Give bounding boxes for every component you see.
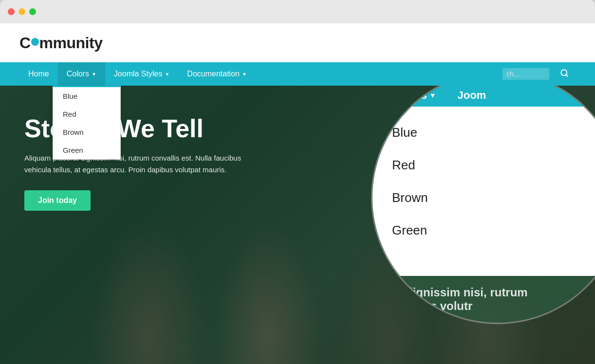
svg-line-1 <box>566 74 567 76</box>
mag-nav-joomla[interactable]: Joom <box>447 89 497 102</box>
mag-hero-text-1: at dignissim nisi, rutrum <box>392 286 595 299</box>
search-wrap <box>502 68 549 80</box>
mag-navbar: Colors ▼ Joom <box>372 86 595 107</box>
joomla-caret-icon: ▼ <box>165 72 169 77</box>
site-logo: Cmmunity <box>19 34 102 52</box>
browser-body: Cmmunity Home Colors ▼ Joomla Styles ▼ D… <box>0 23 595 364</box>
nav-joomla[interactable]: Joomla Styles ▼ <box>105 62 179 86</box>
mag-dropdown-blue[interactable]: Blue <box>372 116 595 149</box>
nav-docs-label: Documentation <box>187 70 240 78</box>
mag-nav-colors[interactable]: Colors ▼ <box>382 89 447 102</box>
site-header: Cmmunity <box>0 23 595 62</box>
search-input[interactable] <box>506 70 545 78</box>
dropdown-item-brown[interactable]: Brown <box>53 123 120 141</box>
colors-dropdown-large: Blue Red Brown Green <box>372 107 595 276</box>
colors-caret-icon: ▼ <box>92 72 96 77</box>
nav-docs[interactable]: Documentation ▼ <box>178 62 256 86</box>
mag-colors-label: Colors <box>393 89 427 102</box>
navbar: Home Colors ▼ Joomla Styles ▼ Documentat… <box>0 62 595 86</box>
colors-dropdown-small: Blue Red Brown Green <box>53 86 121 160</box>
nav-colors[interactable]: Colors ▼ <box>58 62 105 86</box>
mag-dropdown-brown[interactable]: Brown <box>372 182 595 214</box>
nav-colors-label: Colors <box>67 70 89 78</box>
hero-content: Stories We Tell Aliquam placerat digniss… <box>0 86 302 230</box>
dropdown-caret-indicator <box>418 107 430 114</box>
dropdown-item-green[interactable]: Green <box>53 141 120 159</box>
search-button[interactable] <box>553 69 576 80</box>
mag-dropdown-red[interactable]: Red <box>372 149 595 182</box>
close-button[interactable] <box>8 8 15 15</box>
logo-text-c: C <box>19 34 31 52</box>
nav-joomla-label: Joomla Styles <box>114 70 163 78</box>
logo-dot <box>31 38 39 46</box>
maximize-button[interactable] <box>29 8 36 15</box>
minimize-button[interactable] <box>19 8 25 15</box>
join-today-button[interactable]: Join today <box>24 190 91 211</box>
mag-colors-caret-icon: ▼ <box>429 91 436 99</box>
docs-caret-icon: ▼ <box>242 72 247 77</box>
mag-joomla-label: Joom <box>458 89 486 102</box>
nav-right <box>502 68 576 80</box>
logo-text-rest: mmunity <box>39 34 103 52</box>
mag-dropdown-green[interactable]: Green <box>372 214 595 247</box>
nav-home[interactable]: Home <box>19 62 58 86</box>
dropdown-item-blue[interactable]: Blue <box>53 87 120 105</box>
dropdown-item-red[interactable]: Red <box>53 105 120 123</box>
nav-home-label: Home <box>28 70 49 78</box>
window-chrome <box>0 0 595 23</box>
